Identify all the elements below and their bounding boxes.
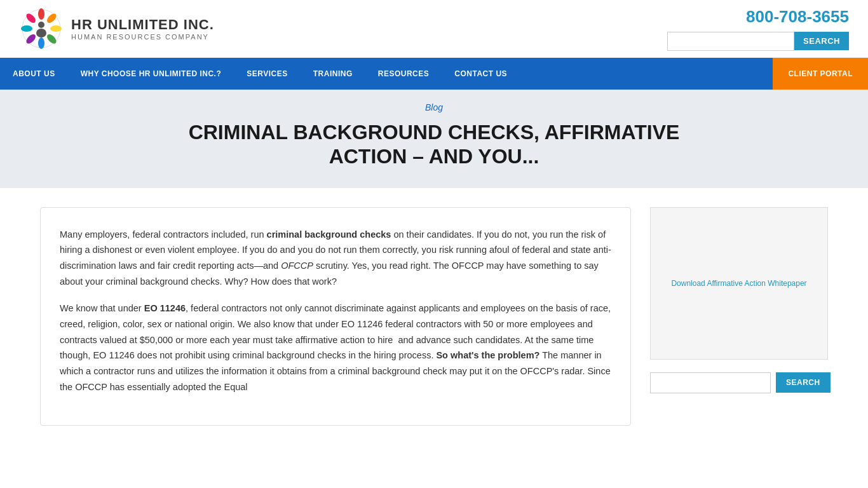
svg-point-5	[38, 37, 44, 49]
header-search-button[interactable]: SEARCH	[794, 32, 849, 50]
sidebar-image-text: Download Affirmative Action Whitepaper	[671, 279, 806, 288]
svg-point-1	[38, 8, 44, 20]
bold-criminal-background: criminal background checks	[267, 229, 391, 240]
svg-point-6	[25, 32, 37, 45]
logo-text: HR UNLIMITED INC. HUMAN RESOURCES COMPAN…	[71, 17, 214, 41]
article-paragraph-2: We know that under EO 11246, federal con…	[60, 301, 611, 395]
logo-area: HR UNLIMITED INC. HUMAN RESOURCES COMPAN…	[19, 6, 214, 51]
sidebar-image-placeholder: Download Affirmative Action Whitepaper	[650, 207, 828, 360]
sidebar-widget-search: SEARCH	[650, 372, 828, 393]
main-nav: ABOUT US WHY CHOOSE HR UNLIMITED INC.? S…	[0, 58, 868, 90]
sidebar-widget-image: Download Affirmative Action Whitepaper	[650, 207, 828, 360]
header-search: SEARCH	[667, 32, 849, 51]
svg-point-7	[21, 25, 32, 32]
nav-services[interactable]: SERVICES	[234, 58, 300, 90]
nav-contact-us[interactable]: CONTACT US	[442, 58, 520, 90]
article-paragraph-1: Many employers, federal contractors incl…	[60, 227, 611, 290]
sidebar-search-input[interactable]	[650, 372, 771, 393]
header-right: 800-708-3655 SEARCH	[667, 7, 849, 51]
svg-point-3	[50, 25, 62, 32]
logo-icon	[19, 6, 64, 51]
italic-ofccp: OFCCP	[281, 261, 313, 271]
main-content: Many employers, federal contractors incl…	[21, 188, 847, 445]
breadcrumb: Blog	[19, 102, 849, 112]
svg-point-10	[36, 29, 46, 37]
bold-whats-problem: So what's the problem?	[436, 350, 539, 360]
nav-resources[interactable]: RESOURCES	[365, 58, 442, 90]
nav-client-portal[interactable]: CLIENT PORTAL	[773, 58, 868, 90]
svg-point-9	[38, 22, 44, 28]
site-header: HR UNLIMITED INC. HUMAN RESOURCES COMPAN…	[0, 0, 868, 58]
sidebar: Download Affirmative Action Whitepaper S…	[650, 207, 828, 426]
company-tagline: HUMAN RESOURCES COMPANY	[71, 33, 214, 41]
page-title: CRIMINAL BACKGROUND CHECKS, AFFIRMATIVE …	[148, 120, 720, 169]
nav-why-choose[interactable]: WHY CHOOSE HR UNLIMITED INC.?	[68, 58, 234, 90]
sidebar-whitepaper-link[interactable]: Download Affirmative Action Whitepaper	[650, 207, 828, 360]
hero-area: Blog CRIMINAL BACKGROUND CHECKS, AFFIRMA…	[0, 90, 868, 188]
header-search-input[interactable]	[667, 32, 794, 51]
phone-number: 800-708-3655	[746, 7, 849, 27]
sidebar-search: SEARCH	[650, 372, 828, 393]
nav-about-us[interactable]: ABOUT US	[0, 58, 68, 90]
svg-point-2	[45, 12, 58, 25]
svg-point-4	[45, 32, 58, 45]
sidebar-search-button[interactable]: SEARCH	[776, 372, 831, 393]
nav-training[interactable]: TRAINING	[301, 58, 365, 90]
article-box: Many employers, federal contractors incl…	[40, 207, 631, 426]
bold-eo11246: EO 11246	[144, 303, 186, 313]
company-name: HR UNLIMITED INC.	[71, 17, 214, 33]
svg-point-8	[25, 12, 37, 25]
